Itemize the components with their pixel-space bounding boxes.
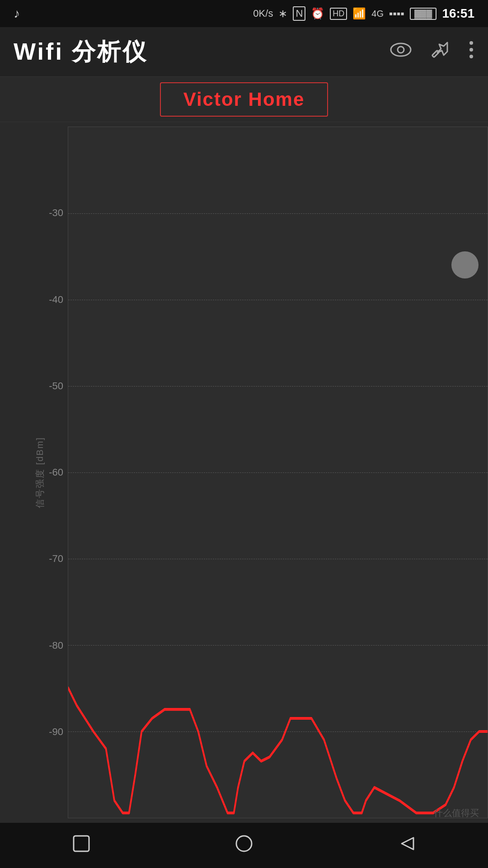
back-square-btn[interactable] (54, 827, 109, 864)
music-icon: ♪ (14, 6, 20, 21)
bottom-nav (0, 823, 488, 868)
y-label-80: -80 (49, 640, 63, 651)
signal-icon: ▪▪▪▪ (389, 7, 404, 20)
y-label-90: -90 (49, 726, 63, 738)
svg-point-0 (391, 43, 411, 56)
svg-rect-2 (432, 50, 439, 57)
app-title: Wifi 分析仪 (14, 36, 148, 68)
network-name-box[interactable]: Victor Home (160, 82, 328, 117)
more-options-icon[interactable] (468, 40, 474, 64)
chart-area: 信号强度 [dBm] -30 -40 -50 -60 -70 -80 -90 (0, 122, 488, 823)
app-bar: Wifi 分析仪 (0, 27, 488, 77)
nfc-icon: N (293, 6, 305, 21)
svg-point-1 (398, 47, 404, 53)
clock: 16:51 (442, 6, 474, 21)
battery-icon: ▓▓▓ (410, 8, 436, 20)
svg-point-4 (469, 48, 473, 52)
home-circle-btn[interactable] (216, 827, 272, 864)
status-right: 0K/s ∗ N ⏰ HD 📶 4G ▪▪▪▪ ▓▓▓ 16:51 (253, 6, 474, 21)
alarm-icon: ⏰ (311, 7, 324, 20)
network-name: Victor Home (183, 89, 305, 110)
wifi-icon: 📶 (352, 7, 366, 20)
network-banner: Victor Home (0, 77, 488, 122)
chart-plot (68, 127, 488, 818)
watermark: 什么值得买 (434, 807, 479, 819)
y-label-70: -70 (49, 553, 63, 565)
back-triangle-btn[interactable] (379, 827, 434, 864)
4g-icon: 4G (371, 9, 384, 19)
wrench-icon[interactable] (430, 40, 450, 64)
svg-marker-8 (402, 838, 413, 849)
hd-icon: HD (330, 8, 347, 20)
app-bar-actions (389, 40, 474, 64)
svg-point-3 (469, 41, 473, 45)
y-label-50: -50 (49, 380, 63, 392)
status-left: ♪ (14, 6, 20, 21)
y-label-40: -40 (49, 294, 63, 306)
y-label-60: -60 (49, 467, 63, 478)
bluetooth-icon: ∗ (278, 7, 287, 20)
y-label-30: -30 (49, 207, 63, 219)
eye-icon[interactable] (389, 42, 412, 62)
svg-rect-6 (74, 836, 89, 851)
svg-point-5 (469, 55, 473, 58)
svg-point-7 (236, 836, 252, 851)
speed-indicator: 0K/s (253, 8, 273, 19)
signal-chart (68, 127, 488, 818)
status-bar: ♪ 0K/s ∗ N ⏰ HD 📶 4G ▪▪▪▪ ▓▓▓ 16:51 (0, 0, 488, 27)
